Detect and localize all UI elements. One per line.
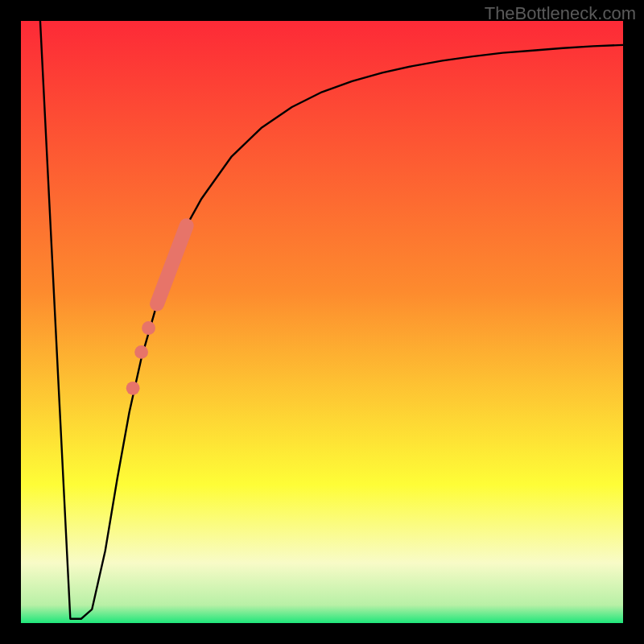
chart-container: TheBottleneck.com (0, 0, 644, 644)
marker-dot (142, 321, 155, 335)
bottleneck-chart (0, 0, 644, 644)
svg-rect-1 (21, 21, 623, 623)
marker-dot (126, 382, 140, 395)
marker-dot (134, 345, 148, 359)
watermark-text: TheBottleneck.com (485, 3, 636, 24)
